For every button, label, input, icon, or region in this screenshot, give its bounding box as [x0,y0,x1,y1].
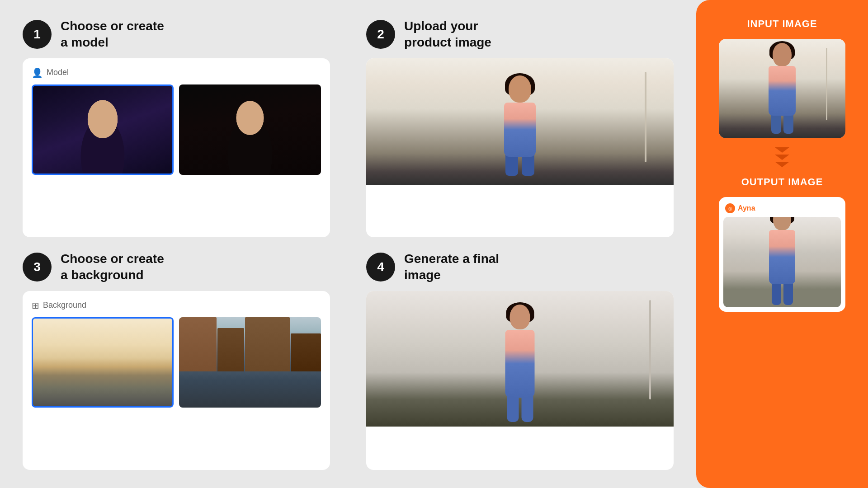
right-panel: INPUT IMAGE [696,0,868,488]
generated-image-area [366,291,674,470]
generated-photo [366,291,674,427]
final-person-figure [505,305,535,422]
output-image-title: OUTPUT IMAGE [741,176,823,188]
product-upload-area[interactable] [366,58,674,237]
step-3-card: ⊞ Background [23,291,330,470]
background-label: ⊞ Background [32,300,321,311]
step-1-title: Choose or create a model [61,18,164,51]
step-2-title: Upload your product image [404,18,491,51]
model-image-grid [32,84,321,175]
model-icon: 👤 [32,67,43,78]
step-2-number: 2 [366,20,395,49]
product-person-figure [504,75,536,176]
background-label-text: Background [43,300,86,310]
step-2-header: 2 Upload your product image [366,18,674,51]
step-3-header: 3 Choose or create a background [23,251,330,284]
panel-input-photo [719,39,845,138]
step-1-section: 1 Choose or create a model 👤 Model [23,18,330,237]
model-image-2[interactable] [179,84,321,175]
step-3-title: Choose or create a background [61,251,164,284]
ayna-logo-icon: ◎ [725,203,735,213]
panel-output-photo [723,217,841,307]
step-2-section: 2 Upload your product image [366,18,674,237]
step-4-section: 4 Generate a final image [366,251,674,470]
background-image-1[interactable] [32,317,174,408]
model-label-text: Model [47,68,69,77]
step-3-section: 3 Choose or create a background ⊞ Backgr… [23,251,330,470]
chevron-row-2 [775,155,789,160]
ayna-logo: ◎ Ayna [723,202,841,217]
ayna-logo-text: Ayna [738,204,755,212]
background-image-grid [32,317,321,408]
product-photo [366,58,674,185]
chevron-row-1 [775,147,789,153]
step-4-number: 4 [366,253,395,282]
chevron-2 [775,155,789,160]
step-1-card: 👤 Model [23,58,330,237]
arrow-down-indicator [775,147,789,167]
step-1-header: 1 Choose or create a model [23,18,330,51]
panel-output-image-box: ◎ Ayna [719,197,845,312]
main-content: 1 Choose or create a model 👤 Model 2 Upl… [0,0,696,488]
step-4-header: 4 Generate a final image [366,251,674,284]
model-image-1[interactable] [32,84,174,175]
background-image-2[interactable] [179,317,321,408]
step-3-number: 3 [23,253,52,282]
model-label: 👤 Model [32,67,321,78]
chevron-3 [775,162,789,167]
input-image-title: INPUT IMAGE [747,18,817,30]
chevron-row-3 [775,162,789,167]
panel-input-image-box [719,39,845,138]
background-icon: ⊞ [32,300,39,311]
step-4-title: Generate a final image [404,251,499,284]
chevron-1 [775,147,789,153]
step-1-number: 1 [23,20,52,49]
